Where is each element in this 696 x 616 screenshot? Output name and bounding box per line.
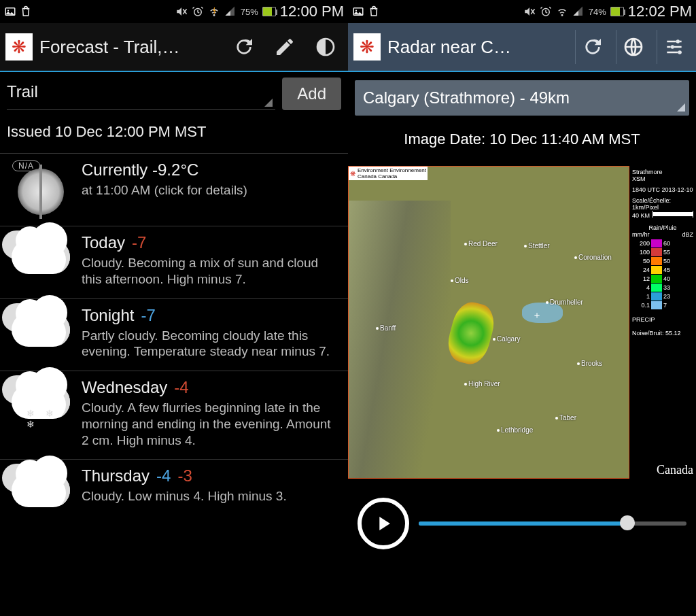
issued-text: Issued 10 Dec 12:00 PM MST [0, 114, 348, 153]
status-bar: 74% 12:02 PM [348, 0, 696, 23]
radar-map[interactable]: ＋ ❋ Environment EnvironnementCanada Cana… [348, 166, 629, 479]
clock: 12:00 PM [280, 3, 344, 20]
play-button[interactable] [358, 498, 409, 549]
svg-point-11 [676, 39, 679, 43]
screen-forecast: 75% 12:00 PM ❋ Forecast - Trail,… Trail … [0, 0, 348, 616]
add-button[interactable]: Add [282, 78, 341, 110]
svg-point-6 [355, 10, 357, 11]
shopping-icon [368, 5, 380, 18]
legend-precip: PRECIP [632, 316, 693, 323]
precip-overlay [443, 298, 498, 368]
forecast-row[interactable]: Thursday-4-3Cloudy. Low minus 4. High mi… [0, 459, 348, 518]
cloud-icon [12, 240, 70, 274]
current-row[interactable]: N/A Currently -9.2°C at 11:00 AM (click … [0, 153, 348, 226]
current-temp: Currently -9.2°C [82, 160, 341, 179]
time-button[interactable] [309, 30, 343, 64]
legend-noise: Noise/Bruit: 55.12 [632, 330, 693, 337]
edit-button[interactable] [268, 30, 302, 64]
shopping-icon [20, 5, 32, 18]
mute-icon [523, 5, 536, 18]
alarm-icon [192, 5, 204, 18]
app-bar: ❋ Forecast - Trail,… [0, 23, 348, 72]
settings-sliders-button[interactable] [657, 30, 691, 64]
status-bar: 75% 12:00 PM [0, 0, 348, 23]
city-label: Stettler [528, 242, 550, 250]
agency-tag: ❋ Environment EnvironnementCanada Canada [349, 167, 428, 180]
appbar-title: Radar near C… [387, 37, 511, 58]
svg-point-1 [7, 10, 9, 11]
city-label: Coronation [578, 254, 612, 261]
playback-row [348, 479, 696, 555]
current-sub: at 11:00 AM (click for details) [82, 182, 341, 199]
forecast-period: Thursday-4-3 [82, 466, 341, 485]
mute-icon [175, 5, 188, 18]
cloud-icon [12, 473, 70, 507]
canada-wordmark: Canada [632, 463, 693, 477]
refresh-button[interactable] [575, 30, 609, 64]
battery-icon [262, 7, 276, 16]
city-label: Banff [380, 324, 396, 332]
legend-code: XSM [632, 175, 693, 182]
app-bar: ❋ Radar near C… [348, 23, 696, 72]
battery-pct: 74% [589, 7, 606, 17]
city-label: Red Deer [468, 240, 498, 247]
forecast-row[interactable]: Today-7Cloudy. Becoming a mix of sun and… [0, 226, 348, 298]
battery-pct: 75% [241, 7, 258, 17]
canada-flag-icon: ❋ [353, 33, 381, 61]
legend-col-head: Rain/Pluie [632, 224, 693, 231]
snow-cloud-icon: ❄ ❄ ❄ [12, 385, 70, 419]
timeline-slider[interactable] [419, 521, 686, 526]
forecast-desc: Partly cloudy. Becoming cloudy late this… [82, 328, 341, 360]
radar-center-icon: ＋ [532, 309, 542, 322]
forecast-period: Wednesday-4 [82, 378, 341, 397]
signal-icon [572, 5, 585, 18]
forecast-period: Tonight-7 [82, 306, 341, 325]
signal-icon [224, 5, 237, 18]
city-label: High River [468, 380, 500, 388]
city-select[interactable]: Trail [7, 78, 275, 110]
gallery-icon [4, 5, 16, 18]
refresh-button[interactable] [227, 30, 261, 64]
forecast-desc: Cloudy. A few flurries beginning late in… [82, 400, 341, 448]
globe-button[interactable] [616, 30, 650, 64]
appbar-title: Forecast - Trail,… [39, 37, 180, 58]
gallery-icon [352, 5, 364, 18]
image-date: Image Date: 10 Dec 11:40 AM MST [348, 120, 696, 166]
sun-icon [18, 169, 64, 215]
city-label: Drumheller [550, 298, 583, 306]
radar-legend: Strathmore XSM 1840 UTC 2013-12-10 Scale… [629, 166, 696, 479]
svg-point-13 [678, 50, 681, 54]
wifi-icon [556, 5, 568, 18]
forecast-period: Today-7 [82, 233, 341, 252]
battery-icon [610, 7, 624, 16]
forecast-desc: Cloudy. Becoming a mix of sun and cloud … [82, 255, 341, 288]
alarm-icon [540, 5, 552, 18]
city-label: Taber [559, 414, 576, 422]
svg-point-12 [670, 45, 674, 48]
forecast-desc: Cloudy. Low minus 4. High minus 3. [82, 488, 341, 504]
wifi-icon [208, 5, 220, 18]
screen-radar: 74% 12:02 PM ❋ Radar near C… Calgary (St… [348, 0, 696, 616]
legend-site: Strathmore [632, 169, 693, 175]
legend-time: 1840 UTC 2013-12-10 [632, 186, 693, 193]
city-row: Trail Add [0, 72, 348, 114]
forecast-row[interactable]: Tonight-7Partly cloudy. Becoming cloudy … [0, 298, 348, 371]
station-select[interactable]: Calgary (Strathmore) - 49km [355, 80, 689, 116]
cloud-icon [12, 313, 70, 347]
city-label: Calgary [497, 335, 520, 343]
radar-frame: ＋ ❋ Environment EnvironnementCanada Cana… [348, 166, 696, 479]
canada-flag-icon: ❋ [5, 33, 33, 61]
forecast-row[interactable]: ❄ ❄ ❄Wednesday-4Cloudy. A few flurries b… [0, 371, 348, 459]
legend-scale: Scale/Échelle: 1km/Pixel [632, 197, 693, 211]
city-label: Brooks [581, 360, 602, 367]
city-label: Lethbridge [501, 426, 533, 434]
forecast-list: N/A Currently -9.2°C at 11:00 AM (click … [0, 153, 348, 616]
clock: 12:02 PM [628, 3, 692, 20]
city-label: Olds [455, 277, 469, 284]
